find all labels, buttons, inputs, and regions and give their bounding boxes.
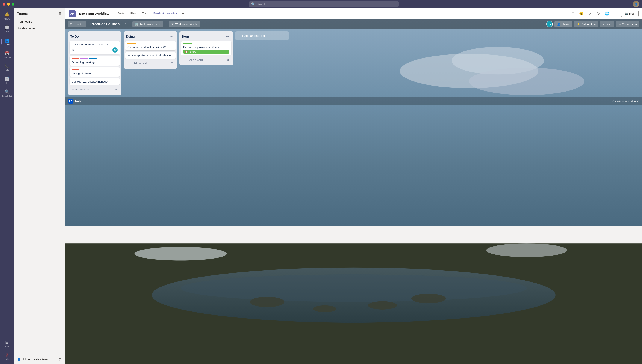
card-customer-feedback-2[interactable]: Customer feedback session #2	[125, 41, 176, 50]
tab-files[interactable]: Files	[127, 9, 139, 18]
trello-footer: Trello Open in new window ↗	[65, 97, 642, 105]
sidebar-item-apps[interactable]: ⊞ Apps	[1, 338, 13, 350]
doing-cards: Customer feedback session #2 Improve per…	[124, 41, 177, 59]
invite-button[interactable]: 👤+ Invite	[554, 21, 573, 27]
workspace-visible-button[interactable]: 👁 Workspace visible	[169, 21, 200, 27]
svg-point-31	[486, 243, 567, 257]
hidden-teams-item[interactable]: Hidden teams	[16, 25, 63, 32]
add-tab-button[interactable]: +	[180, 11, 186, 16]
channel-avatar: AP	[69, 10, 76, 17]
card-improve-performance[interactable]: Improve performance of initialization	[125, 52, 176, 59]
channel-header: AP Dev Team Workflow Posts Files Test Pr…	[65, 8, 642, 19]
teams-footer: 👤 Join or create a team ⚙	[14, 354, 65, 364]
done-menu-button[interactable]: ···	[224, 34, 230, 40]
maximize-button[interactable]	[12, 3, 14, 6]
trello-brand-label: Trello	[75, 100, 82, 103]
chat-icon: 💬	[4, 25, 10, 30]
more-icon: ···	[5, 328, 9, 333]
plus-icon: +	[72, 88, 74, 91]
sidebar-item-search-bot[interactable]: 🔍 Search Bot	[1, 87, 13, 99]
star-icon[interactable]: ☆	[124, 22, 127, 26]
card-fix-sign-in[interactable]: Fix sign in issue	[70, 67, 120, 76]
sidebar-item-calendar[interactable]: 📅 Calendar	[1, 48, 13, 60]
active-indicator	[1, 38, 2, 44]
filter-icon[interactable]: ☰	[59, 12, 62, 16]
emoji-button[interactable]: 😊	[578, 11, 584, 17]
kv-avatar[interactable]: KV	[546, 21, 553, 27]
card-call-warehouse[interactable]: Call with warehouse manager	[70, 78, 120, 85]
help-label: Help	[5, 358, 9, 360]
sidebar-item-more[interactable]: ···	[1, 324, 13, 336]
sidebar-item-help[interactable]: ❓ Help	[1, 350, 13, 362]
sidebar-item-teams[interactable]: 👥 Teams	[1, 36, 13, 48]
user-avatar[interactable]: 👤	[633, 1, 639, 7]
close-button[interactable]	[3, 3, 5, 6]
join-create-button[interactable]: 👤 Join or create a team	[17, 358, 49, 361]
meet-button[interactable]: 📷 Meet	[621, 10, 638, 17]
plus-icon: +	[238, 34, 240, 38]
card-prepare-deployment[interactable]: Prepare deployment artifacts ⏰ 20 Nov	[181, 41, 231, 55]
search-bot-icon: 🔍	[4, 89, 10, 94]
invite-label: Invite	[563, 22, 570, 26]
sidebar-item-activity[interactable]: 🔔 Activity	[1, 10, 13, 22]
card-title: Call with warehouse manager	[72, 80, 118, 83]
todo-menu-button[interactable]: ···	[113, 34, 119, 40]
automation-label: Automation	[581, 22, 596, 26]
add-list-button[interactable]: + + Add another list	[235, 31, 289, 40]
search-bar[interactable]: 🔍	[249, 1, 399, 7]
card-customer-feedback-1[interactable]: Customer feedback session #1 👁 KV	[70, 41, 120, 54]
globe-button[interactable]: 🌐	[604, 11, 610, 17]
open-new-window-button[interactable]: Open in new window ↗	[612, 100, 639, 103]
label-purple	[80, 58, 88, 60]
search-icon: 🔍	[251, 2, 255, 6]
doing-menu-button[interactable]: ···	[169, 34, 175, 40]
teams-icon: 👥	[4, 38, 10, 43]
automation-button[interactable]: ⚡ Automation	[574, 21, 598, 27]
svg-point-26	[250, 297, 284, 307]
label-blue	[89, 58, 97, 60]
more-options-button[interactable]: ···	[613, 11, 619, 17]
add-card-label: + Add a card	[187, 58, 203, 62]
sidebar-item-calls[interactable]: 📞 Calls	[1, 61, 13, 73]
refresh-button[interactable]: ↻	[595, 11, 601, 17]
expand-button[interactable]: ⤢	[587, 11, 593, 17]
sidebar-item-chat[interactable]: 💬 Chat	[1, 23, 13, 35]
doing-title: Doing	[126, 35, 135, 38]
your-teams-item[interactable]: Your teams	[16, 18, 63, 25]
date-value: 20 Nov	[189, 50, 196, 53]
done-list: Done ··· Prepare deployment artifacts ⏰ …	[179, 31, 233, 65]
search-input[interactable]	[257, 2, 396, 6]
card-template-icon: ⊞	[115, 88, 117, 91]
doing-add-card-button[interactable]: + + Add a card ⊞	[125, 60, 176, 67]
sidebar-item-files[interactable]: 📄 Files	[1, 74, 13, 86]
label-green-single	[183, 43, 192, 44]
activity-label: Activity	[4, 18, 10, 20]
eye-icon: 👁	[171, 22, 174, 26]
card-template-icon: ⊞	[171, 62, 173, 65]
tab-test[interactable]: Test	[139, 9, 150, 18]
trello-workspace-button[interactable]: 🏢 Trello workspace	[132, 21, 163, 27]
person-add-icon: 👤+	[557, 22, 562, 26]
todo-cards: Customer feedback session #1 👁 KV	[68, 41, 121, 85]
card-grooming-meeting[interactable]: Grooming meeting	[70, 56, 120, 66]
teams-section: Your teams Hidden teams	[14, 17, 65, 32]
chat-label: Chat	[5, 31, 9, 33]
screen-share-button[interactable]: ⊞	[570, 11, 576, 17]
board-view-button[interactable]: ⊞ Board ▾	[68, 21, 86, 27]
card-title: Grooming meeting	[72, 61, 118, 64]
filter-button[interactable]: ≡ Filter	[600, 21, 614, 27]
workspace-visible-label: Workspace visible	[175, 22, 198, 26]
sidebar: 🔔 Activity 💬 Chat 👥 Teams 📅 Calendar 📞 C…	[0, 8, 14, 364]
todo-add-card-button[interactable]: + + Add a card ⊞	[70, 86, 120, 93]
tab-posts[interactable]: Posts	[114, 9, 127, 18]
minimize-button[interactable]	[7, 3, 10, 6]
todo-list-header: To Do ···	[68, 31, 121, 41]
done-add-card-button[interactable]: + + Add a card ⊞	[181, 56, 231, 64]
settings-icon[interactable]: ⚙	[59, 357, 62, 362]
show-menu-label: Show menu	[622, 22, 637, 26]
join-create-label: Join or create a team	[22, 358, 49, 361]
tab-product-launch[interactable]: Product Launch ▾	[150, 9, 180, 18]
search-bot-label: Search Bot	[2, 95, 12, 97]
show-menu-button[interactable]: ··· Show menu	[616, 21, 640, 27]
add-list-label: + Add another list	[242, 34, 265, 38]
